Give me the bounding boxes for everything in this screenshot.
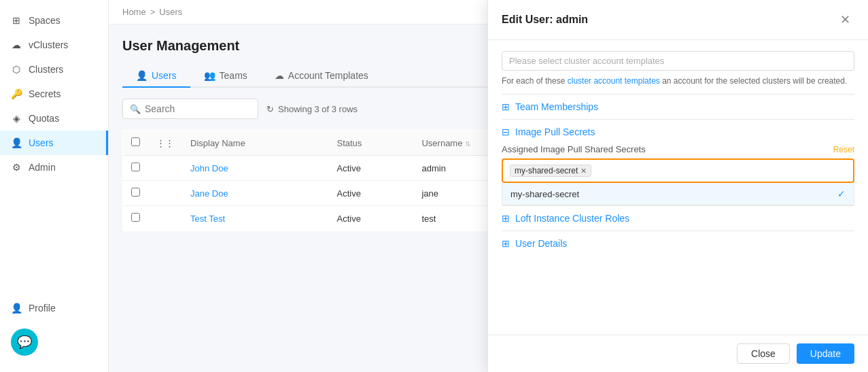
secrets-tag-input[interactable]: my-shared-secret ✕ <box>502 158 854 183</box>
update-button[interactable]: Update <box>797 343 854 364</box>
row-count: ↻ Showing 3 of 3 rows <box>266 104 358 114</box>
close-button[interactable]: Close <box>737 343 790 364</box>
admin-icon: ⚙ <box>11 162 22 173</box>
row3-name: Test Test <box>182 206 328 231</box>
row3-checkbox <box>123 206 149 231</box>
tab-users[interactable]: 👤 Users <box>122 65 190 88</box>
edit-user-modal: Edit User: admin ✕ Please select cluster… <box>487 0 868 372</box>
row2-status: Active <box>328 181 413 206</box>
row-count-label: Showing 3 of 3 rows <box>278 104 358 114</box>
secret-tag-remove[interactable]: ✕ <box>580 167 587 175</box>
row2-checkbox <box>123 181 149 206</box>
sidebar-label-profile: Profile <box>29 303 56 314</box>
profile-icon: 👤 <box>11 303 22 314</box>
tab-users-icon: 👤 <box>136 70 147 81</box>
col-status: Status <box>328 131 413 156</box>
row3-drag <box>148 206 182 231</box>
image-pull-field-label: Assigned Image Pull Shared Secrets Reset <box>502 144 854 154</box>
secret-tag-label: my-shared-secret <box>515 166 578 175</box>
sidebar-label-vclusters: vClusters <box>29 39 68 50</box>
breadcrumb-current: Users <box>159 7 182 17</box>
cluster-account-note: For each of these cluster account templa… <box>502 76 854 86</box>
secrets-icon: 🔑 <box>11 88 22 99</box>
tab-teams[interactable]: 👥 Teams <box>190 65 261 88</box>
vclusters-icon: ☁ <box>11 39 22 50</box>
image-pull-secrets-collapse-icon: ⊟ <box>502 126 510 137</box>
breadcrumb-separator: > <box>150 7 156 17</box>
modal-title: Edit User: admin <box>502 14 588 26</box>
sidebar-label-users: Users <box>29 137 54 148</box>
check-icon: ✓ <box>837 188 846 199</box>
tab-account-templates-icon: ☁ <box>275 70 284 81</box>
row1-status: Active <box>328 156 413 181</box>
modal-body: Please select cluster account templates … <box>488 40 868 335</box>
sidebar: ⊞ Spaces ☁ vClusters ⬡ Clusters 🔑 Secret… <box>0 0 109 372</box>
row1-name: John Doe <box>182 156 328 181</box>
user-details-label: User Details <box>515 238 567 249</box>
sidebar-label-admin: Admin <box>29 162 56 173</box>
refresh-icon[interactable]: ↻ <box>266 104 274 114</box>
row3-status: Active <box>328 206 413 231</box>
select-all-checkbox[interactable] <box>131 137 140 146</box>
sidebar-item-vclusters[interactable]: ☁ vClusters <box>0 33 108 57</box>
sidebar-item-clusters[interactable]: ⬡ Clusters <box>0 57 108 82</box>
secret-tag: my-shared-secret ✕ <box>510 165 591 177</box>
row2-name: Jane Doe <box>182 181 328 206</box>
row1-drag <box>148 156 182 181</box>
modal-header: Edit User: admin ✕ <box>488 0 868 40</box>
row3-select[interactable] <box>131 213 140 222</box>
cluster-account-link[interactable]: cluster account templates <box>568 76 660 86</box>
sidebar-label-quotas: Quotas <box>29 113 59 124</box>
sidebar-item-spaces[interactable]: ⊞ Spaces <box>0 8 108 33</box>
cluster-account-placeholder: Please select cluster account templates <box>509 56 664 66</box>
row2-select[interactable] <box>131 188 140 197</box>
quotas-icon: ◈ <box>11 113 22 124</box>
tab-users-label: Users <box>152 70 177 81</box>
chat-button[interactable]: 💬 <box>11 328 38 356</box>
sidebar-item-secrets[interactable]: 🔑 Secrets <box>0 82 108 106</box>
section-loft-cluster-roles[interactable]: ⊞ Loft Instance Cluster Roles <box>502 205 854 231</box>
assigned-secrets-label: Assigned Image Pull Shared Secrets <box>502 144 646 154</box>
clusters-icon: ⬡ <box>11 64 22 75</box>
search-icon: 🔍 <box>130 104 141 114</box>
team-memberships-label: Team Memberships <box>515 101 598 112</box>
search-input[interactable] <box>145 103 251 114</box>
col-drag: ⋮⋮ <box>148 131 182 156</box>
dropdown-item-my-shared-secret[interactable]: my-shared-secret ✓ <box>502 183 854 205</box>
sidebar-item-quotas[interactable]: ◈ Quotas <box>0 106 108 131</box>
sidebar-label-clusters: Clusters <box>29 64 63 75</box>
breadcrumb-home[interactable]: Home <box>122 7 146 17</box>
section-user-details[interactable]: ⊞ User Details <box>502 231 854 256</box>
row2-drag <box>148 181 182 206</box>
content-wrapper: Home > Users User Management 👤 Users 👥 T… <box>109 0 868 372</box>
team-memberships-expand-icon: ⊞ <box>502 101 510 112</box>
section-team-memberships[interactable]: ⊞ Team Memberships <box>502 94 854 119</box>
tab-account-templates-label: Account Templates <box>288 70 368 81</box>
row1-select[interactable] <box>131 163 140 171</box>
modal-footer: Close Update <box>488 335 868 372</box>
col-checkbox <box>123 131 149 156</box>
loft-cluster-roles-label: Loft Instance Cluster Roles <box>515 213 629 224</box>
cluster-account-select[interactable]: Please select cluster account templates <box>502 51 854 71</box>
reset-button[interactable]: Reset <box>833 145 854 154</box>
image-pull-secrets-label: Image Pull Secrets <box>515 126 595 137</box>
sidebar-label-secrets: Secrets <box>29 88 60 99</box>
sidebar-item-users[interactable]: 👤 Users <box>0 131 108 155</box>
section-image-pull-secrets[interactable]: ⊟ Image Pull Secrets <box>502 119 854 144</box>
tab-teams-icon: 👥 <box>204 70 215 81</box>
spaces-icon: ⊞ <box>11 15 22 26</box>
dropdown-item-label: my-shared-secret <box>510 189 579 199</box>
user-details-expand-icon: ⊞ <box>502 238 510 249</box>
sidebar-item-profile[interactable]: 👤 Profile <box>0 296 108 320</box>
row1-checkbox <box>123 156 149 181</box>
col-display-name: Display Name <box>182 131 328 156</box>
tab-account-templates[interactable]: ☁ Account Templates <box>261 65 382 88</box>
modal-close-button[interactable]: ✕ <box>836 11 854 29</box>
secrets-dropdown: my-shared-secret ✓ <box>502 183 854 205</box>
loft-cluster-roles-expand-icon: ⊞ <box>502 213 510 224</box>
users-icon: 👤 <box>11 137 22 148</box>
search-box: 🔍 <box>122 99 258 119</box>
tab-teams-label: Teams <box>220 70 247 81</box>
sidebar-label-spaces: Spaces <box>29 15 60 26</box>
sidebar-item-admin[interactable]: ⚙ Admin <box>0 155 108 180</box>
